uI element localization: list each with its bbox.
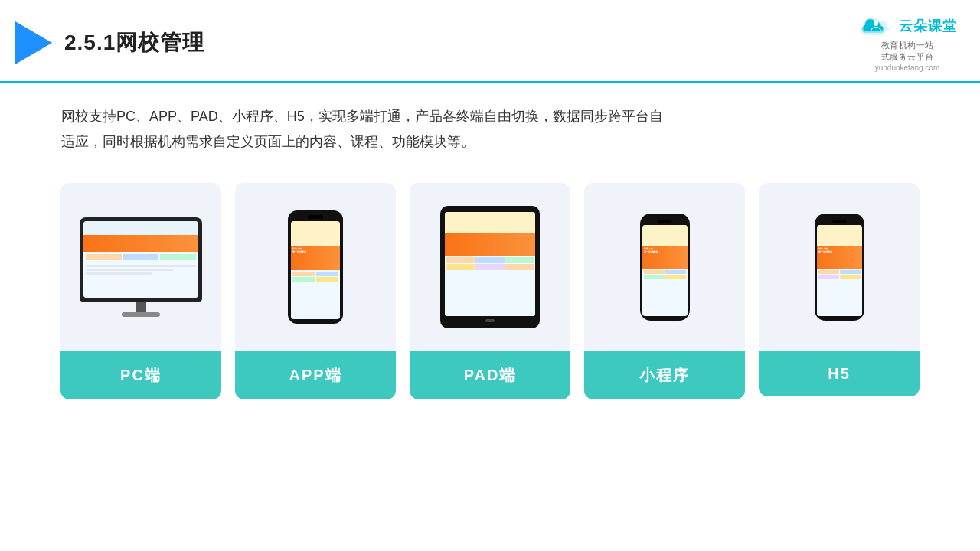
header-left: 2.5.1网校管理 [15,21,204,64]
tablet-screen [445,212,535,316]
card-pc-label: PC端 [60,351,221,399]
card-h5-label: H5 [759,351,920,396]
pad-tablet [440,206,540,328]
phone-screen: 职造人的第一堂判断课 [291,221,340,319]
brand-sub: 教育机构一站式服务云平台 [881,40,934,63]
svg-point-0 [874,21,878,26]
logo-icon [15,21,52,64]
page-title: 2.5.1网校管理 [64,28,204,57]
card-pc: PC端 [60,183,221,399]
monitor-outer [80,217,202,302]
card-h5-image: 职造人的第一堂判断课 [759,183,920,351]
monitor-base [122,312,160,317]
h5-phone: 职造人的第一堂判断课 [815,214,864,321]
card-pc-image [60,183,221,351]
card-app-label: APP端 [235,351,396,399]
app-phone: 职造人的第一堂判断课 [288,210,343,324]
cloud-icon [858,14,894,38]
cloud-logo: 云朵课堂 [858,14,957,38]
card-pad: PAD端 [410,183,570,399]
card-miniapp-image: 职造人的第一堂判断课 [584,183,745,351]
card-pad-label: PAD端 [410,351,570,399]
h5-smartphone-notch [832,220,846,223]
smartphone-notch [658,220,671,223]
card-pad-image [410,183,570,351]
description: 网校支持PC、APP、PAD、小程序、H5，实现多端打通，产品各终端自由切换，数… [0,83,735,168]
card-miniapp-label: 小程序 [584,351,745,399]
monitor-neck [136,302,146,312]
miniapp-phone: 职造人的第一堂判断课 [640,214,690,321]
description-text: 网校支持PC、APP、PAD、小程序、H5，实现多端打通，产品各终端自由切换，数… [61,109,663,149]
tablet-home [485,319,495,322]
cards-container: PC端 职造人的第一堂判断课 [0,168,980,415]
pc-monitor [80,217,202,317]
header-right: 云朵课堂 教育机构一站式服务云平台 yunduoketang.com [858,14,957,72]
h5-smartphone-screen: 职造人的第一堂判断课 [817,225,862,316]
card-miniapp: 职造人的第一堂判断课 小程序 [584,183,745,399]
monitor-screen [83,221,198,298]
header: 2.5.1网校管理 云朵课堂 教育机构一站式服务云平台 yunduoketang… [0,0,980,83]
brand-url: yunduoketang.com [875,64,940,72]
brand-name: 云朵课堂 [899,17,957,35]
phone-notch [308,215,323,219]
card-app: 职造人的第一堂判断课 APP端 [235,183,396,399]
card-app-image: 职造人的第一堂判断课 [235,183,396,351]
smartphone-screen: 职造人的第一堂判断课 [642,225,688,316]
card-h5: 职造人的第一堂判断课 H5 [759,183,920,396]
